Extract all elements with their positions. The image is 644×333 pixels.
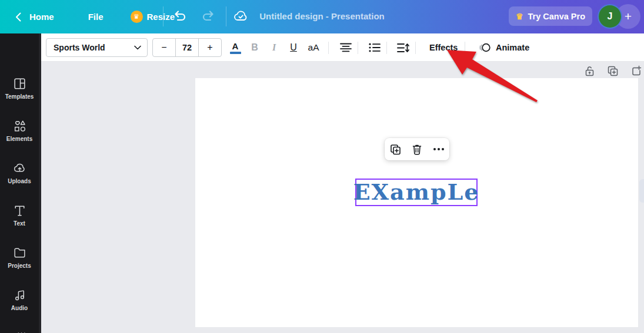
animate-button[interactable]: Animate: [473, 39, 534, 56]
sidebar-item-templates[interactable]: Templates: [0, 76, 39, 100]
canvas-area[interactable]: EXampLe: [41, 62, 644, 333]
elements-icon: [12, 119, 27, 133]
sidebar: Templates Elements Uploads Text Projects…: [0, 33, 41, 333]
animate-label: Animate: [496, 43, 529, 52]
crown-icon: ♛: [516, 12, 523, 21]
text-toolbar: Sports World − 72 + A B I U aA Effects A…: [41, 33, 644, 62]
sidebar-item-label: Elements: [0, 136, 39, 142]
text-align-button[interactable]: [338, 39, 354, 56]
home-button[interactable]: Home: [29, 12, 54, 22]
sidebar-item-label: Audio: [0, 305, 39, 311]
text-case-button[interactable]: aA: [305, 39, 322, 56]
topbar-divider: [226, 6, 226, 26]
selected-text-element[interactable]: EXampLe: [355, 179, 478, 206]
text-color-label: A: [232, 41, 239, 51]
sidebar-item-text[interactable]: Text: [0, 203, 39, 227]
sidebar-item-elements[interactable]: Elements: [0, 119, 39, 142]
page-controls: [582, 64, 643, 78]
sidebar-item-background[interactable]: Background: [0, 330, 39, 333]
cloud-sync-icon[interactable]: [233, 9, 249, 27]
file-menu-button[interactable]: File: [88, 12, 104, 22]
topbar-divider: [163, 6, 163, 26]
effects-button[interactable]: Effects: [422, 39, 465, 56]
templates-icon: [12, 76, 27, 91]
animate-icon: [478, 42, 491, 53]
sidebar-item-label: Templates: [0, 93, 39, 100]
lock-icon[interactable]: [582, 64, 596, 78]
font-size-increase-button[interactable]: +: [199, 39, 221, 56]
design-title-text[interactable]: Untitled design - Presentation: [259, 11, 385, 21]
add-page-icon[interactable]: [629, 64, 643, 78]
font-size-decrease-button[interactable]: −: [153, 39, 175, 56]
italic-button[interactable]: I: [266, 39, 282, 56]
sidebar-item-audio[interactable]: Audio: [0, 288, 39, 311]
redo-icon[interactable]: [201, 9, 216, 26]
crown-icon: ♛: [131, 11, 143, 23]
try-pro-label: Try Canva Pro: [528, 12, 586, 21]
text-color-swatch: [230, 52, 241, 54]
text-case-label: aA: [308, 42, 319, 53]
toolbar-divider: [415, 42, 416, 54]
sidebar-item-label: Uploads: [0, 178, 39, 184]
top-bar: Home File ♛ Resize Untitled design - Pre…: [0, 0, 644, 33]
bullet-list-icon: [369, 43, 381, 52]
background-icon: [12, 330, 27, 333]
undo-icon[interactable]: [172, 9, 188, 26]
toolbar-divider: [465, 42, 465, 54]
bold-button[interactable]: B: [246, 39, 263, 56]
italic-label: I: [272, 42, 276, 53]
text-icon: [12, 203, 27, 218]
font-family-select[interactable]: Sports World: [46, 38, 148, 57]
bold-label: B: [251, 42, 258, 53]
panel-handle[interactable]: [639, 179, 644, 203]
sidebar-item-label: Text: [0, 220, 39, 227]
chevron-down-icon: [134, 45, 141, 50]
text-color-button[interactable]: A: [227, 39, 243, 56]
duplicate-page-icon[interactable]: [606, 64, 620, 78]
duplicate-icon[interactable]: [388, 142, 402, 156]
sidebar-item-label: Projects: [0, 263, 39, 269]
font-name-value: Sports World: [54, 43, 105, 52]
toolbar-divider: [358, 42, 358, 54]
toolbar-divider: [328, 42, 329, 54]
font-size-stepper: − 72 +: [152, 38, 222, 57]
resize-button[interactable]: ♛ Resize: [131, 11, 175, 23]
projects-icon: [12, 245, 27, 260]
element-context-toolbar: [385, 138, 449, 160]
audio-icon: [12, 288, 27, 302]
sidebar-item-projects[interactable]: Projects: [0, 245, 39, 269]
sidebar-item-uploads[interactable]: Uploads: [0, 161, 39, 184]
font-size-input[interactable]: 72: [175, 39, 199, 56]
avatar[interactable]: J: [598, 4, 622, 29]
list-button[interactable]: [366, 39, 383, 56]
align-center-icon: [340, 43, 352, 52]
delete-icon[interactable]: [410, 142, 424, 156]
try-canva-pro-button[interactable]: ♛ Try Canva Pro: [509, 6, 592, 26]
underline-label: U: [290, 42, 297, 53]
more-options-icon[interactable]: [432, 142, 446, 156]
line-spacing-icon: [397, 43, 409, 53]
underline-button[interactable]: U: [285, 39, 302, 56]
design-text[interactable]: EXampLe: [356, 179, 476, 204]
toolbar-divider: [386, 42, 387, 54]
spacing-button[interactable]: [395, 39, 411, 56]
back-chevron-icon[interactable]: [9, 12, 27, 22]
uploads-icon: [12, 161, 27, 176]
resize-label: Resize: [147, 12, 175, 22]
